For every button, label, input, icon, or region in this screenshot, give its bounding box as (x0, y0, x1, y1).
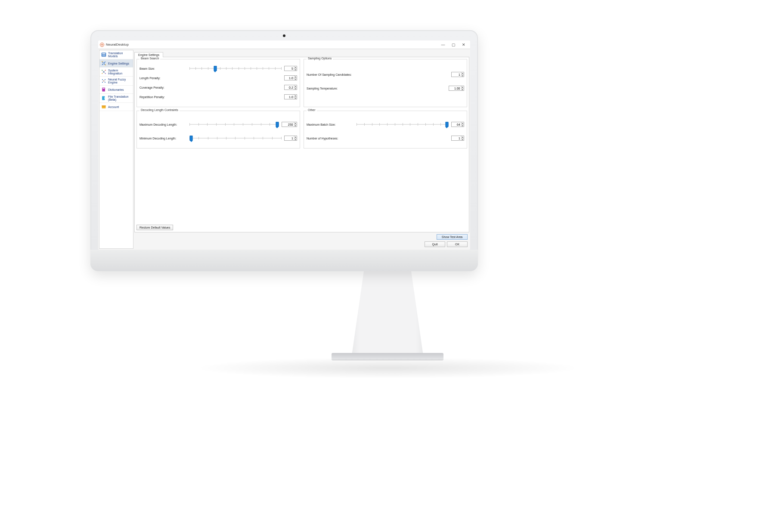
spin-down-icon[interactable]: ▼ (294, 78, 297, 80)
sidebar-item-label: Account (108, 105, 119, 108)
window-minimize-button[interactable]: — (438, 42, 448, 48)
restore-defaults-button[interactable]: Restore Default Values (136, 225, 173, 230)
spin-down-icon[interactable]: ▼ (294, 88, 297, 90)
group-beam-search: Beam Search Beam Size: (136, 59, 300, 107)
label-max-batch: Maximum Batch Size: (307, 123, 354, 126)
monitor-frame: NeuralDesktop — ▢ ✕ Translation Models (90, 30, 478, 271)
settings-panel: Beam Search Beam Size: (134, 57, 469, 232)
svg-rect-0 (102, 53, 106, 57)
spin-down-icon[interactable]: ▼ (294, 139, 297, 141)
label-beam-size: Beam Size: (140, 67, 187, 70)
sidebar-item-neural-fuzzy-engine[interactable]: Neural Fuzzy Engine (99, 77, 133, 86)
sidebar-item-label: File Translation (Beta) (108, 95, 131, 101)
globe-icon (101, 52, 106, 57)
ok-button[interactable]: OK (447, 241, 468, 247)
label-sampling-temperature: Sampling Temperature: (307, 87, 371, 90)
slider-beam-size[interactable] (189, 65, 282, 71)
show-test-area-button[interactable]: Show Test Area (437, 234, 468, 240)
quit-button[interactable]: Quit (425, 241, 445, 247)
label-sampling-candidates: Number Of Sampling Candidates: (307, 73, 371, 76)
sidebar-item-dictionaries[interactable]: Dictionaries (99, 86, 133, 94)
window-maximize-button[interactable]: ▢ (449, 42, 458, 48)
label-coverage-penalty: Coverage Penalty: (140, 86, 187, 89)
svg-rect-16 (102, 88, 105, 89)
group-decoding-length: Decoding Length Contraints Maximum Decod… (136, 111, 300, 148)
spin-num-hypotheses[interactable]: ▲▼ (451, 136, 464, 141)
window-close-button[interactable]: ✕ (459, 42, 468, 48)
spin-length-penalty[interactable]: ▲▼ (284, 75, 297, 80)
slider-max-decoding[interactable] (189, 121, 279, 127)
tab-engine-settings[interactable]: Engine Settings (134, 52, 163, 57)
label-max-decoding: Maximum Decoding Length: (140, 123, 187, 126)
spin-down-icon[interactable]: ▼ (462, 75, 464, 77)
file-icon (101, 96, 106, 101)
tools-icon (101, 61, 106, 66)
spin-min-decoding[interactable]: ▲▼ (284, 136, 297, 141)
label-min-decoding: Minimum Decoding Length: (140, 137, 187, 140)
integration-icon (101, 69, 106, 74)
label-length-penalty: Length Penalty: (140, 77, 187, 80)
book-icon (101, 87, 106, 92)
slider-max-batch[interactable] (356, 121, 449, 127)
spin-down-icon[interactable]: ▼ (462, 125, 464, 127)
svg-rect-2 (102, 55, 105, 56)
account-icon (101, 104, 106, 109)
sidebar-item-label: Translation Models (108, 52, 131, 58)
bottom-bar: Show Test Area Quit OK (134, 232, 469, 249)
window-titlebar: NeuralDesktop — ▢ ✕ (98, 40, 470, 49)
sidebar-item-label: Dictionaries (108, 88, 124, 91)
sidebar-item-system-integration[interactable]: System Integration (99, 68, 133, 77)
neural-icon (101, 78, 106, 84)
label-num-hypotheses: Number of Hypotheses: (307, 137, 354, 140)
spin-repetition-penalty[interactable]: ▲▼ (284, 94, 297, 99)
sidebar-item-file-translation[interactable]: File Translation (Beta) (99, 94, 133, 103)
sidebar: Translation Models Engine Settings Syste… (99, 50, 133, 249)
sidebar-item-label: System Integration (108, 69, 131, 75)
group-title: Decoding Length Contraints (140, 108, 180, 111)
spin-down-icon[interactable]: ▼ (294, 97, 297, 99)
svg-rect-19 (102, 105, 106, 106)
sidebar-item-engine-settings[interactable]: Engine Settings (99, 59, 133, 68)
svg-point-3 (102, 61, 102, 62)
spin-sampling-candidates[interactable]: ▲▼ (451, 72, 464, 77)
spin-max-batch[interactable]: ▲▼ (451, 122, 464, 127)
tab-strip: Engine Settings (134, 50, 469, 57)
app-icon (100, 43, 104, 47)
spin-down-icon[interactable]: ▼ (462, 139, 464, 141)
spin-down-icon[interactable]: ▼ (294, 69, 297, 71)
group-sampling-options: Sampling Options Number Of Sampling Cand… (304, 59, 467, 107)
label-repetition-penalty: Repetition Penalty: (140, 96, 187, 99)
sidebar-item-label: Neural Fuzzy Engine (108, 78, 131, 84)
group-title: Sampling Options (307, 57, 333, 60)
spin-sampling-temperature[interactable]: ▲▼ (449, 86, 464, 91)
spin-coverage-penalty[interactable]: ▲▼ (284, 85, 297, 90)
spin-max-decoding[interactable]: ▲▼ (282, 122, 297, 127)
group-title: Other (307, 108, 317, 111)
screen: NeuralDesktop — ▢ ✕ Translation Models (98, 40, 470, 250)
group-other: Other Maximum Batch Size: (304, 111, 467, 148)
spin-down-icon[interactable]: ▼ (462, 89, 464, 91)
sidebar-item-label: Engine Settings (108, 62, 129, 65)
slider-min-decoding[interactable] (189, 135, 282, 141)
window-title: NeuralDesktop (106, 43, 129, 46)
spin-down-icon[interactable]: ▼ (294, 125, 297, 127)
sidebar-item-translation-models[interactable]: Translation Models (99, 50, 133, 59)
spin-beam-size[interactable]: ▲▼ (284, 66, 297, 71)
svg-rect-17 (102, 96, 105, 100)
sidebar-item-account[interactable]: Account (99, 103, 133, 111)
svg-rect-1 (102, 53, 105, 54)
group-title: Beam Search (140, 57, 160, 60)
svg-point-4 (105, 65, 106, 65)
